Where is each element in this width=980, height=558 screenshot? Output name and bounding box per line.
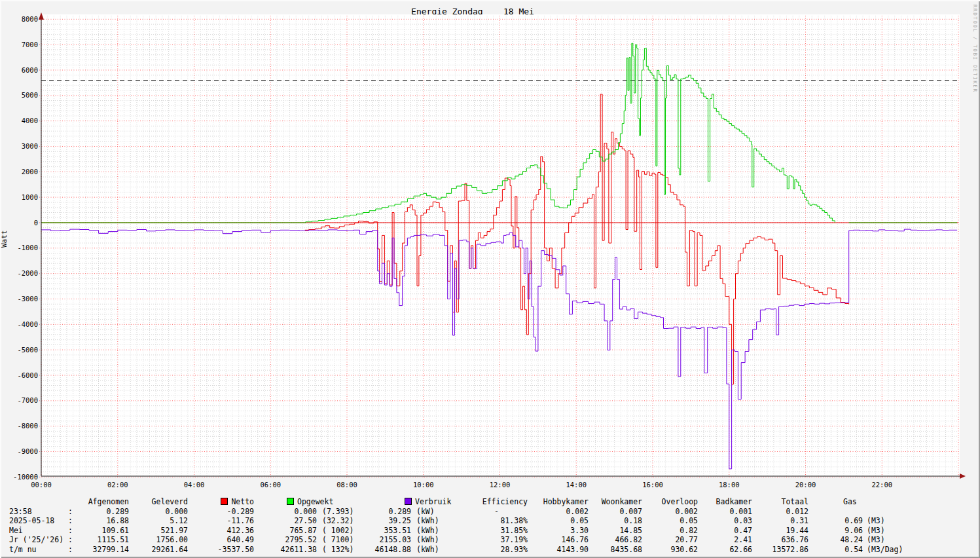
x-tick-label: 12:00 [490,481,511,489]
x-tick-label: 22:00 [871,481,892,489]
cell-geleverd: 0.000 [165,507,188,516]
cell-opg_suf: (32.32) [322,516,354,525]
stats-table: AfgenomenGeleverdNettoOpgewektVerbruikEf… [0,496,980,558]
plot-background [41,14,960,476]
y-tick-label: 7000 [22,41,38,48]
y-tick-label: 3000 [22,142,38,150]
cell-opg_suf: ( 1002) [322,526,354,535]
cell-over: 0.82 [680,526,698,535]
cell-woon: 0.18 [624,516,642,525]
y-tick-label: -8000 [17,422,38,430]
cell-tot: 636.76 [781,535,808,544]
cell-gas: 9.06 [844,526,863,535]
cell-over: 20.77 [675,535,698,544]
cell-hobby: Hobbykamer [543,497,589,506]
cell-opg_suf: (7.393) [322,507,354,516]
cell-netto: 412.36 [227,526,254,535]
cell-afgenomen: 1115.51 [98,535,129,544]
cell-bad: 0.001 [729,507,752,516]
cell-opg: 2795.52 [285,535,317,544]
cell-colon: : [68,535,73,544]
x-tick-label: 00:00 [31,481,52,489]
cell-afgenomen: Afgenomen [88,497,129,506]
y-tick-label: -7000 [17,396,38,404]
cell-netto: Netto [221,497,254,506]
cell-netto: 640.49 [227,535,254,544]
cell-eff: 31.85% [500,526,528,535]
cell-tot: 0.31 [790,516,808,525]
cell-colon: : [68,516,73,525]
cell-label: 2025-05-18 [9,516,54,525]
cell-afgenomen: 0.289 [106,507,129,516]
verbruik-legend-swatch [405,498,412,505]
cell-over: 0.002 [675,507,698,516]
cell-woon: 8435.68 [611,545,642,554]
cell-woon: 466.82 [615,535,642,544]
cell-hobby: 0.002 [566,507,589,516]
cell-verb_suf: (kW) [416,507,435,516]
cell-gas_suf: (M3) [867,526,885,535]
cell-label: Jr ('25/'26) [9,535,64,544]
x-tick-label: 10:00 [413,481,434,489]
cell-opg: Opgewekt [287,497,333,506]
x-tick-label: 08:00 [336,481,357,489]
cell-woon: 0.007 [619,507,642,516]
cell-opg_suf: ( 132%) [322,545,354,554]
y-tick-label: -3000 [17,295,38,303]
cell-opg_suf: ( 7100) [322,535,354,544]
cell-bad: 2.41 [734,535,752,544]
cell-hobby: 0.05 [570,516,589,525]
cell-woon: 14.85 [619,526,642,535]
x-tick-label: 06:00 [260,481,281,489]
x-tick-label: 20:00 [795,481,816,489]
cell-colon: : [68,526,73,535]
cell-over: 0.05 [680,516,698,525]
table-row: 2025-05-18:16.885.12-11.7627.50(32.32)39… [0,516,980,525]
cell-bad: 0.47 [734,526,752,535]
cell-eff: 28.93% [500,545,528,554]
cell-verb: 2155.03 [380,535,411,544]
cell-afgenomen: 109.61 [101,526,129,535]
cell-tot: 0.012 [786,507,808,516]
cell-label: 23:58 [9,507,32,516]
cell-verb_suf: (kWh) [416,516,439,525]
x-tick-label: 18:00 [719,481,740,489]
y-tick-label: 1000 [22,193,38,201]
x-tick-label: 02:00 [107,481,128,489]
y-tick-label: 0 [34,219,38,227]
cell-geleverd: Geleverd [152,497,188,506]
cell-afgenomen: 16.88 [106,516,129,525]
y-tick-label: -9000 [17,447,38,455]
cell-opg: 27.50 [294,516,317,525]
cell-opg: 42611.38 [281,545,317,554]
cell-gas_suf: (M3) [867,516,885,525]
cell-over: Overloop [662,497,698,506]
cell-verb: 39.25 [388,516,411,525]
y-tick-label: -2000 [17,269,38,277]
cell-gas: Gas [843,497,857,506]
cell-geleverd: 1756.00 [156,535,188,544]
x-tick-label: 16:00 [642,481,663,489]
table-row: t/m nu:32799.1429261.64-3537.5042611.38(… [0,545,980,554]
cell-label: Mei [9,526,23,535]
cell-verb: 46148.88 [375,545,411,554]
table-row: 23:58:0.2890.000-0.2890.000(7.393)0.289(… [0,507,980,516]
cell-eff: - [494,507,499,516]
cell-gas: 0.54 [844,545,863,554]
cell-gas_suf: (M3/Dag) [867,545,903,554]
cell-hobby: 4143.90 [557,545,589,554]
chart-canvas: -10000-9000-8000-7000-6000-5000-4000-300… [0,0,980,494]
cell-afgenomen: 32799.14 [93,545,129,554]
cell-bad: 62.66 [729,545,752,554]
y-tick-label: 2000 [22,168,38,176]
cell-tot: 19.44 [786,526,808,535]
cell-hobby: 146.76 [561,535,589,544]
cell-hobby: 3.30 [570,526,589,535]
y-tick-label: 5000 [22,91,38,99]
cell-geleverd: 5.12 [170,516,188,525]
y-tick-label: -5000 [17,346,38,354]
cell-gas_suf: (M3) [867,535,885,544]
cell-verb_suf: (kWh) [416,545,439,554]
cell-verb_suf: (kWh) [416,535,439,544]
cell-verb: Verbruik [405,497,451,506]
